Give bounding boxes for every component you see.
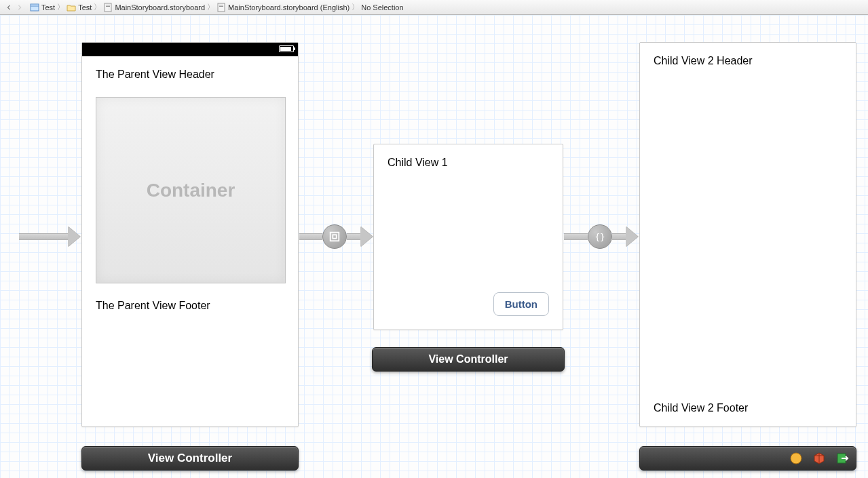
custom-segue-icon[interactable]: {} xyxy=(588,224,612,249)
breadcrumb-item[interactable]: MainStoryboard.storyboard (English) xyxy=(216,3,350,12)
svg-rect-4 xyxy=(218,3,225,12)
storyboard-icon xyxy=(103,3,113,12)
breadcrumb-label: MainStoryboard.storyboard (English) xyxy=(228,3,350,12)
scene-dock[interactable]: View Controller xyxy=(81,446,299,471)
segue-arrow[interactable] xyxy=(612,226,638,247)
breadcrumb-label: No Selection xyxy=(361,3,403,12)
parent-view-controller-scene[interactable]: The Parent View Header Container The Par… xyxy=(81,42,299,427)
breadcrumb-label: Test xyxy=(78,3,92,12)
segue-arrow[interactable] xyxy=(347,226,373,247)
battery-icon xyxy=(279,45,294,52)
breadcrumb-item[interactable]: No Selection xyxy=(361,3,403,12)
status-bar xyxy=(82,43,298,56)
exit-icon[interactable] xyxy=(835,452,849,465)
segue-arrow[interactable] xyxy=(564,226,588,247)
svg-rect-2 xyxy=(106,5,110,5)
container-placeholder-label: Container xyxy=(147,180,235,201)
svg-rect-8 xyxy=(333,235,336,238)
breadcrumb-label: MainStoryboard.storyboard xyxy=(115,3,205,12)
nav-back-icon[interactable] xyxy=(4,3,14,12)
dock-title: View Controller xyxy=(428,353,508,365)
chevron-right-icon: 〉 xyxy=(94,2,101,12)
child2-footer-label: Child View 2 Footer xyxy=(654,402,842,414)
button-label: Button xyxy=(505,298,537,310)
breadcrumb-label: Test xyxy=(41,3,55,12)
chevron-right-icon: 〉 xyxy=(352,2,359,12)
svg-rect-3 xyxy=(106,6,110,7)
child-view-1-scene[interactable]: Child View 1 Button xyxy=(373,144,563,330)
svg-rect-7 xyxy=(331,233,339,241)
svg-rect-6 xyxy=(219,6,223,7)
embed-segue-icon[interactable] xyxy=(322,224,347,249)
child1-title-label: Child View 1 xyxy=(388,157,549,169)
container-view[interactable]: Container xyxy=(96,97,286,283)
child1-button[interactable]: Button xyxy=(493,292,549,316)
breadcrumb-item[interactable]: MainStoryboard.storyboard xyxy=(103,3,205,12)
jump-bar: Test 〉 Test 〉 MainStoryboard.storyboard … xyxy=(0,0,868,15)
chevron-right-icon: 〉 xyxy=(57,2,64,12)
breadcrumb-item[interactable]: Test xyxy=(30,3,55,12)
child2-header-label: Child View 2 Header xyxy=(654,55,842,67)
scene-dock[interactable]: View Controller xyxy=(372,347,565,372)
cube-icon[interactable] xyxy=(812,452,826,465)
svg-rect-1 xyxy=(105,3,111,12)
svg-text:{}: {} xyxy=(595,232,605,242)
parent-footer-label: The Parent View Footer xyxy=(96,300,284,312)
svg-rect-5 xyxy=(219,5,223,5)
first-responder-icon[interactable] xyxy=(789,452,803,465)
folder-icon xyxy=(67,3,76,12)
scene-dock[interactable] xyxy=(639,446,856,471)
parent-header-label: The Parent View Header xyxy=(96,68,284,81)
storyboard-canvas[interactable]: The Parent View Header Container The Par… xyxy=(0,15,868,478)
chevron-right-icon: 〉 xyxy=(207,2,214,12)
initial-scene-arrow[interactable] xyxy=(19,226,80,247)
svg-rect-0 xyxy=(31,4,39,11)
project-icon xyxy=(30,3,39,12)
storyboard-icon xyxy=(216,3,226,12)
nav-forward-icon[interactable] xyxy=(15,3,24,12)
segue-arrow[interactable] xyxy=(299,226,322,247)
dock-title: View Controller xyxy=(148,452,232,465)
child-view-2-scene[interactable]: Child View 2 Header Child View 2 Footer xyxy=(639,42,856,427)
svg-point-10 xyxy=(791,453,801,464)
breadcrumb-item[interactable]: Test xyxy=(67,3,92,12)
